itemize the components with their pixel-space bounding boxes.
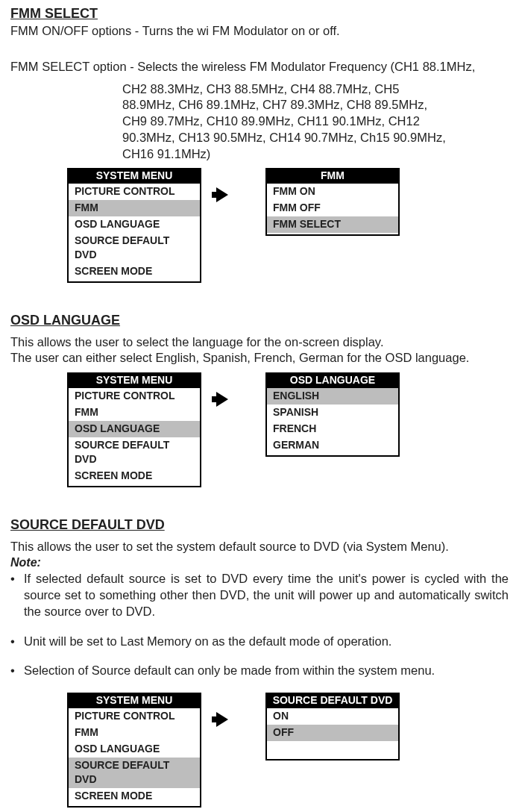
src-p1: This allows the user to set the system d…	[10, 539, 509, 555]
menu-item-osd-language[interactable]: OSD LANGUAGE	[69, 741, 200, 758]
fmm-p2-l5: 90.3MHz, CH13 90.5MHz, CH14 90.7MHz, Ch1…	[122, 130, 509, 146]
menu-item-screen-mode[interactable]: SCREEN MODE	[69, 788, 200, 805]
menu-item-source-default-dvd[interactable]: SOURCE DEFAULT DVD	[69, 758, 200, 788]
arrow-right-icon	[216, 187, 228, 202]
osd-menus-row: SYSTEM MENU PICTURE CONTROL FMM OSD LANG…	[67, 372, 509, 487]
src-heading: SOURCE DEFAULT DVD	[10, 517, 509, 533]
fmm-p2-l3: 88.9MHz, CH6 89.1MHz, CH7 89.3MHz, CH8 8…	[122, 97, 509, 113]
fmm-p2-l2: CH2 88.3MHz, CH3 88.5MHz, CH4 88.7MHz, C…	[122, 81, 509, 98]
osd-heading: OSD LANGUAGE	[10, 313, 509, 328]
osd-submenu: OSD LANGUAGE ENGLISH SPANISH FRENCH GERM…	[265, 372, 400, 457]
menu-title: FMM	[267, 168, 398, 184]
menu-item-picture-control[interactable]: PICTURE CONTROL	[69, 184, 200, 200]
menu-item-screen-mode[interactable]: SCREEN MODE	[69, 468, 200, 484]
menu-title: SOURCE DEFAULT DVD	[267, 693, 398, 708]
fmm-submenu: FMM FMM ON FMM OFF FMM SELECT	[265, 168, 400, 236]
menu-item-source-default-dvd[interactable]: SOURCE DEFAULT DVD	[69, 233, 200, 263]
menu-item-osd-language[interactable]: OSD LANGUAGE	[69, 216, 200, 233]
menu-item-german[interactable]: GERMAN	[267, 437, 398, 454]
fmm-heading: FMM SELECT	[10, 6, 509, 22]
menu-title: SYSTEM MENU	[69, 168, 200, 184]
src-system-menu: SYSTEM MENU PICTURE CONTROL FMM OSD LANG…	[67, 693, 201, 807]
menu-item-fmm-off[interactable]: FMM OFF	[267, 200, 398, 216]
src-note-label: Note:	[10, 556, 509, 569]
menu-title: SYSTEM MENU	[69, 372, 200, 388]
menu-item-french[interactable]: FRENCH	[267, 421, 398, 437]
fmm-p2-l6: CH16 91.1MHz)	[122, 146, 509, 163]
fmm-p2-lead: FMM SELECT option - Selects the wireless…	[10, 59, 509, 75]
menu-item-blank	[267, 741, 398, 758]
menu-title: SYSTEM MENU	[69, 693, 200, 708]
menu-item-fmm-on[interactable]: FMM ON	[267, 184, 398, 200]
fmm-p2-l4: CH9 89.7MHz, CH10 89.9MHz, CH11 90.1MHz,…	[122, 113, 509, 130]
menu-item-picture-control[interactable]: PICTURE CONTROL	[69, 388, 200, 405]
menu-item-fmm[interactable]: FMM	[69, 200, 200, 216]
menu-item-osd-language[interactable]: OSD LANGUAGE	[69, 421, 200, 437]
src-menus-row: SYSTEM MENU PICTURE CONTROL FMM OSD LANG…	[67, 693, 509, 807]
menu-item-fmm[interactable]: FMM	[69, 405, 200, 421]
osd-system-menu: SYSTEM MENU PICTURE CONTROL FMM OSD LANG…	[67, 372, 201, 487]
menu-item-screen-mode[interactable]: SCREEN MODE	[69, 263, 200, 280]
src-bullet-2: Unit will be set to Last Memory on as th…	[10, 634, 509, 650]
src-bullet-3: Selection of Source default can only be …	[10, 663, 509, 679]
menu-item-spanish[interactable]: SPANISH	[267, 405, 398, 421]
src-bullet-list: If selected default source is set to DVD…	[10, 571, 509, 679]
menu-item-fmm-select[interactable]: FMM SELECT	[267, 216, 398, 233]
menu-item-source-default-dvd[interactable]: SOURCE DEFAULT DVD	[69, 437, 200, 468]
arrow-right-icon	[216, 712, 228, 727]
src-submenu: SOURCE DEFAULT DVD ON OFF	[265, 693, 400, 761]
menu-item-picture-control[interactable]: PICTURE CONTROL	[69, 708, 200, 725]
manual-page: FMM SELECT FMM ON/OFF options - Turns th…	[0, 0, 519, 812]
fmm-system-menu: SYSTEM MENU PICTURE CONTROL FMM OSD LANG…	[67, 168, 201, 282]
menu-item-fmm[interactable]: FMM	[69, 725, 200, 741]
fmm-menus-row: SYSTEM MENU PICTURE CONTROL FMM OSD LANG…	[67, 168, 509, 282]
src-bullet-1: If selected default source is set to DVD…	[10, 571, 509, 619]
menu-item-english[interactable]: ENGLISH	[267, 388, 398, 405]
osd-p2: The user can either select English, Span…	[10, 350, 509, 366]
menu-item-on[interactable]: ON	[267, 708, 398, 725]
menu-item-off[interactable]: OFF	[267, 725, 398, 741]
fmm-p1: FMM ON/OFF options - Turns the wi FM Mod…	[10, 23, 509, 40]
osd-p1: This allows the user to select the langu…	[10, 334, 509, 351]
arrow-right-icon	[216, 392, 228, 407]
menu-title: OSD LANGUAGE	[267, 372, 398, 388]
